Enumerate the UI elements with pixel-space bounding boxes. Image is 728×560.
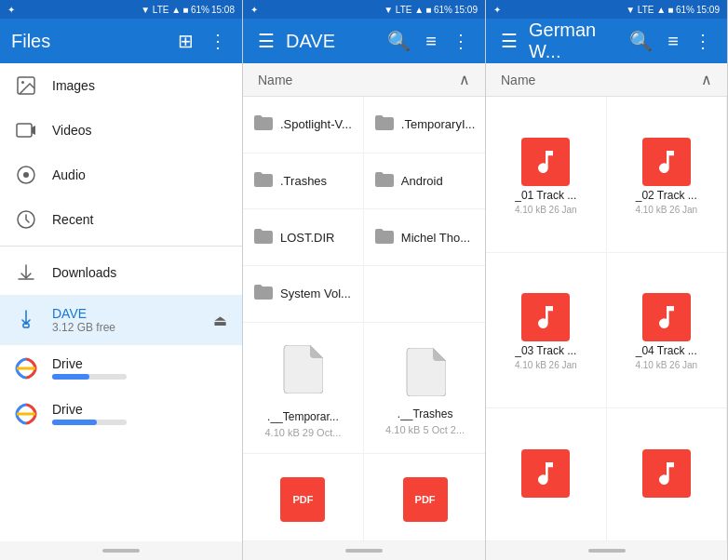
sidebar-item-downloads[interactable]: Downloads [0, 250, 242, 295]
folder-temporaryl[interactable]: .TemporaryI... [364, 97, 485, 153]
folder-android-name: Android [401, 174, 443, 188]
sidebar-item-audio[interactable]: Audio [0, 153, 242, 197]
status-right-p3: ▼ LTE ▲ ■ 61% 15:09 [626, 5, 720, 15]
file-tile-temp-name: .__Temporar... [250, 410, 356, 423]
dave-panel: ✦ ▼ LTE ▲ ■ 61% 15:09 ☰ DAVE 🔍 ≡ ⋮ Name … [243, 0, 486, 560]
sidebar-panel: ✦ ▼ LTE ▲ ■ 61% 15:08 Files ⊞ ⋮ Images V… [0, 0, 243, 560]
track02-meta: 4.10 kB 26 Jan [635, 205, 697, 215]
audio-label: Audio [52, 167, 227, 182]
sidebar-item-recent[interactable]: Recent [0, 197, 242, 242]
downloads-label: Downloads [52, 265, 227, 280]
folder-spotlight-name: .Spotlight-V... [280, 117, 352, 131]
status-network: ▼ LTE ▲ [141, 5, 181, 15]
bottom-bar-panel1 [0, 541, 242, 560]
status-signal-p3: ✦ [493, 5, 501, 15]
list-view-icon-p3[interactable]: ≡ [664, 27, 682, 56]
file-tile-temp-meta: 4.10 kB 29 Oct... [264, 427, 341, 438]
sidebar-item-dave[interactable]: DAVE 3.12 GB free ⏏ [0, 295, 242, 345]
list-view-icon[interactable]: ≡ [422, 27, 440, 56]
sort-header-panel3[interactable]: Name ∧ [486, 63, 727, 97]
german-panel: ✦ ▼ LTE ▲ ■ 61% 15:09 ☰ German W... 🔍 ≡ … [486, 0, 728, 560]
dave-free-space: 3.12 GB free [52, 321, 115, 334]
generic-file-icon [282, 345, 323, 403]
status-bar-panel2: ✦ ▼ LTE ▲ ■ 61% 15:09 [243, 0, 485, 19]
sidebar-item-videos[interactable]: Videos [0, 108, 242, 153]
status-time-p2: 15:09 [454, 5, 478, 15]
sort-header-panel2[interactable]: Name ∧ [243, 63, 485, 97]
status-time-p3: 15:09 [696, 5, 720, 15]
status-battery-p2: ■ 61% [425, 5, 452, 15]
file-tile-trashes[interactable]: .__Trashes 4.10 kB 5 Oct 2... [364, 323, 485, 455]
music-tile-track04[interactable]: _04 Track ... 4.10 kB 26 Jan [607, 253, 728, 409]
music-tile-track05[interactable] [486, 408, 607, 541]
folder-icon-6 [375, 227, 394, 248]
folder-systemvol[interactable]: System Vol... [243, 266, 364, 323]
music-tile-track03[interactable]: _03 Track ... 4.10 kB 26 Jan [486, 253, 607, 409]
sort-arrow: ∧ [459, 71, 470, 88]
pdf-icon-2: PDF [403, 477, 448, 522]
dave-top-bar: ☰ DAVE 🔍 ≡ ⋮ [243, 19, 485, 63]
videos-label: Videos [52, 123, 227, 138]
music-tile-track02[interactable]: _02 Track ... 4.10 kB 26 Jan [607, 97, 728, 253]
grid-view-icon[interactable]: ⊞ [174, 26, 197, 56]
svg-point-4 [23, 172, 29, 178]
images-icon [15, 74, 37, 97]
track01-meta: 4.10 kB 26 Jan [515, 205, 577, 215]
dave-title: DAVE [286, 31, 376, 52]
dave-label: DAVE [52, 306, 115, 321]
folder-lostdir-name: LOST.DIR [280, 231, 335, 245]
status-signal: ✦ [7, 5, 15, 15]
more-options-icon-p2[interactable]: ⋮ [448, 26, 474, 56]
files-title: Files [11, 31, 167, 52]
folder-lostdir[interactable]: LOST.DIR [243, 209, 364, 266]
sidebar-item-images[interactable]: Images [0, 63, 242, 108]
folder-spotlight[interactable]: .Spotlight-V... [243, 97, 364, 153]
files-top-bar: Files ⊞ ⋮ [0, 19, 242, 63]
bottom-bar-panel2 [243, 541, 485, 560]
music-tile-track06[interactable] [607, 408, 728, 541]
bottom-indicator-p3 [588, 549, 626, 553]
german-title: German W... [529, 20, 618, 62]
folder-icon-7 [254, 283, 273, 304]
sidebar-item-drive2[interactable]: Drive [0, 391, 242, 436]
status-network-p3: ▼ LTE ▲ [626, 5, 666, 15]
track01-name: _01 Track ... [490, 189, 602, 202]
search-icon[interactable]: 🔍 [384, 26, 414, 56]
music-icon-6 [642, 449, 691, 498]
drive2-icon [15, 403, 37, 425]
drive1-storage-bar [52, 374, 127, 380]
hamburger-icon[interactable]: ☰ [254, 26, 278, 56]
more-options-icon[interactable]: ⋮ [205, 26, 231, 56]
sort-label: Name [258, 73, 459, 87]
track02-name: _02 Track ... [611, 189, 723, 202]
recent-label: Recent [52, 212, 227, 227]
folder-trashes[interactable]: .Trashes [243, 153, 364, 210]
music-tile-track01[interactable]: _01 Track ... 4.10 kB 26 Jan [486, 97, 607, 253]
bottom-indicator [102, 549, 140, 553]
track03-name: _03 Track ... [490, 344, 602, 357]
sort-arrow-p3: ∧ [701, 71, 712, 88]
track04-meta: 4.10 kB 26 Jan [635, 360, 697, 370]
images-label: Images [52, 78, 227, 93]
german-top-bar: ☰ German W... 🔍 ≡ ⋮ [486, 19, 727, 63]
status-network-p2: ▼ LTE ▲ [384, 5, 424, 15]
sidebar-item-drive1[interactable]: Drive [0, 345, 242, 391]
usb-icon [15, 309, 37, 331]
folder-michel[interactable]: Michel Tho... [364, 209, 485, 266]
status-right-p2: ▼ LTE ▲ ■ 61% 15:09 [384, 5, 478, 15]
folder-icon [254, 113, 273, 135]
more-options-icon-p3[interactable]: ⋮ [690, 26, 716, 56]
file-tile-pdf2[interactable]: PDF [364, 454, 485, 541]
status-battery-p3: ■ 61% [667, 5, 694, 15]
folder-android[interactable]: Android [364, 153, 485, 210]
hamburger-icon-p3[interactable]: ☰ [497, 26, 521, 56]
search-icon-p3[interactable]: 🔍 [626, 26, 656, 56]
status-signal-p2: ✦ [250, 5, 258, 15]
file-tile-pdf1[interactable]: PDF [243, 454, 364, 541]
music-icon-1 [521, 138, 570, 186]
music-icon-4 [642, 293, 691, 341]
folder-trashes-name: .Trashes [280, 174, 327, 188]
folder-temporaryl-name: .TemporaryI... [401, 117, 475, 131]
file-tile-temp[interactable]: .__Temporar... 4.10 kB 29 Oct... [243, 323, 364, 455]
eject-icon[interactable]: ⏏ [213, 312, 227, 329]
